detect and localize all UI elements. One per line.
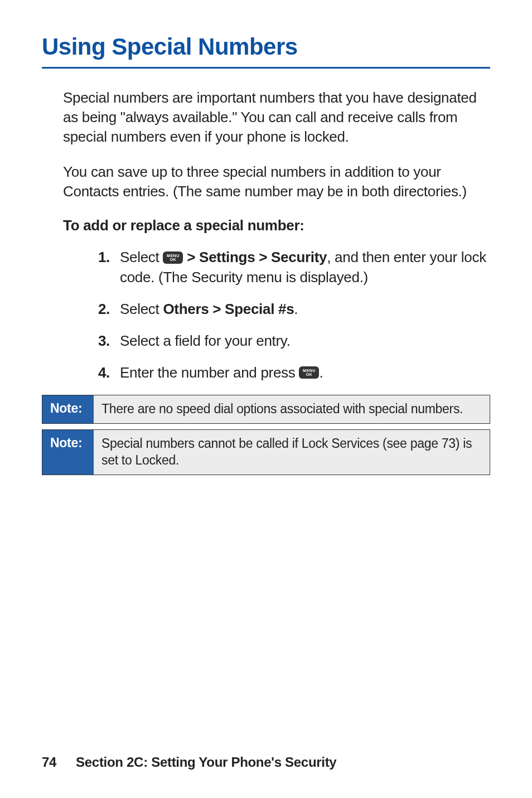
intro-paragraph-1: Special numbers are important numbers th… [63, 88, 490, 147]
list-content: Select Others > Special #s. [120, 299, 490, 319]
list-item: 4. Enter the number and press MENUOK. [86, 363, 490, 383]
menu-ok-icon: MENUOK [299, 366, 319, 379]
list-number: 4. [86, 363, 110, 383]
list-content: Enter the number and press MENUOK. [120, 363, 490, 383]
note-content: There are no speed dial options associat… [94, 395, 490, 423]
page-footer: 74Section 2C: Setting Your Phone's Secur… [42, 755, 336, 770]
list-item: 1. Select MENUOK > Settings > Security, … [86, 248, 490, 287]
note-label: Note: [42, 430, 94, 475]
list-content: Select MENUOK > Settings > Security, and… [120, 248, 490, 287]
list-content: Select a field for your entry. [120, 331, 490, 351]
step-text-pre: Enter the number and press [120, 364, 299, 381]
icon-label-bottom: OK [170, 258, 177, 262]
list-item: 2. Select Others > Special #s. [86, 299, 490, 319]
step-text-bold: Others > Special #s [163, 301, 294, 317]
intro-paragraph-2: You can save up to three special numbers… [63, 162, 490, 201]
icon-label-bottom: OK [306, 373, 313, 376]
step-text-pre: Select [120, 249, 163, 265]
procedure-list: 1. Select MENUOK > Settings > Security, … [86, 248, 490, 382]
step-text-post: . [294, 301, 298, 317]
note-box-1: Note: There are no speed dial options as… [42, 395, 490, 424]
list-number: 1. [86, 248, 110, 267]
icon-label-top: MENU [167, 254, 180, 258]
note-label: Note: [42, 395, 94, 423]
step-text-pre: Select a field for your entry. [120, 332, 291, 349]
list-number: 2. [86, 299, 110, 319]
step-text-bold: > Settings > Security [183, 249, 327, 265]
list-item: 3. Select a field for your entry. [86, 331, 490, 351]
page-heading: Using Special Numbers [42, 33, 490, 60]
icon-label-top: MENU [303, 369, 316, 373]
procedure-heading: To add or replace a special number: [63, 217, 490, 234]
note-box-2: Note: Special numbers cannot be called i… [42, 429, 490, 475]
list-number: 3. [86, 331, 110, 351]
heading-underline [42, 67, 490, 69]
section-title: Section 2C: Setting Your Phone's Securit… [76, 755, 336, 770]
menu-ok-icon: MENUOK [163, 252, 183, 264]
step-text-post: . [319, 364, 323, 381]
note-content: Special numbers cannot be called if Lock… [94, 430, 490, 475]
page-number: 74 [42, 755, 56, 770]
step-text-pre: Select [120, 301, 163, 317]
